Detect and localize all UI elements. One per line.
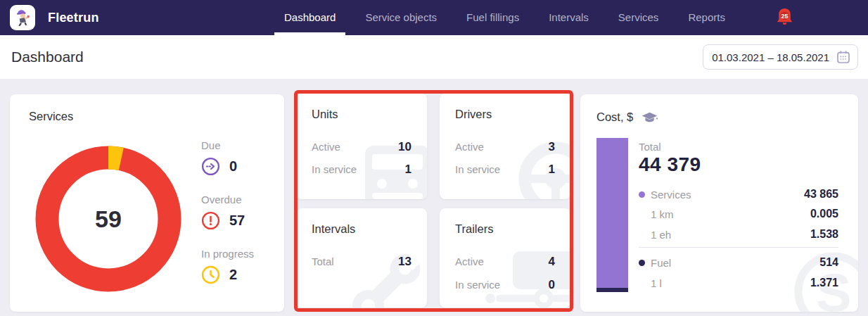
drivers-in-service-label: In service [455, 163, 500, 175]
tab-intervals[interactable]: Intervals [549, 0, 589, 35]
intervals-total-value: 13 [398, 255, 411, 269]
units-in-service-label: In service [312, 163, 357, 175]
units-in-service-value: 1 [405, 163, 411, 177]
cost-l-value: 1.371 [810, 277, 838, 289]
legend-label-in-progress: In progress [201, 248, 254, 260]
fuel-dot [639, 260, 645, 266]
calendar-icon [836, 50, 850, 64]
mechanic-mascot-icon [11, 6, 34, 30]
fleetrun-dashboard-page: Fleetrun Dashboard Service objects Fuel … [0, 0, 868, 316]
legend-item-in-progress: In progress 2 [201, 248, 254, 284]
cost-fuel-label: Fuel [651, 257, 671, 269]
cost-fuel-value: 514 [819, 256, 838, 269]
services-summary-card: Services 59 Due 0 Ove [10, 94, 284, 312]
cost-services-value: 43 865 [804, 188, 838, 201]
card-title-drivers: Drivers [455, 108, 492, 121]
in-progress-value: 2 [229, 267, 237, 283]
units-active-row: Active 10 [312, 140, 411, 154]
notification-badge: 25 [781, 13, 788, 20]
trailers-in-service-label: In service [455, 279, 500, 291]
cost-services-row: Services 43 865 [639, 188, 838, 201]
page-header: Dashboard 01.03.2021 – 18.05.2021 [0, 35, 868, 79]
card-title-intervals: Intervals [312, 222, 355, 236]
overdue-alert-circle-icon [201, 211, 220, 230]
drivers-card: Drivers Active 3 In service 1 [440, 94, 570, 199]
trailers-in-service-row: In service 0 [455, 278, 555, 292]
tab-reports[interactable]: Reports [688, 0, 725, 35]
units-active-label: Active [312, 141, 340, 153]
cost-total-value: 44 379 [639, 153, 701, 176]
cost-l-label: 1 l [651, 277, 662, 289]
legend-item-due: Due 0 [201, 139, 237, 176]
cost-fuel-row: Fuel 514 [639, 256, 838, 269]
tab-fuel-fillings[interactable]: Fuel fillings [466, 0, 519, 35]
cost-per-km-row: 1 km 0.005 [639, 208, 838, 220]
card-title-trailers: Trailers [455, 222, 493, 236]
cost-title-text: Cost, $ [596, 110, 633, 124]
overdue-value: 57 [229, 213, 245, 229]
intervals-total-row: Total 13 [312, 255, 411, 269]
cost-card: S Cost, $ Total 44 379 Services 43 865 [580, 94, 858, 312]
services-total-count: 59 [33, 144, 184, 294]
brand-name: Fleetrun [48, 0, 99, 35]
cost-per-eh-row: 1 eh 1.538 [639, 228, 838, 241]
drivers-active-value: 3 [549, 140, 555, 154]
units-active-value: 10 [398, 140, 411, 154]
card-title-services: Services [29, 110, 73, 123]
tab-dashboard[interactable]: Dashboard [284, 0, 336, 35]
drivers-active-label: Active [455, 141, 484, 153]
nav-tabs: Dashboard Service objects Fuel fillings … [284, 0, 793, 35]
cost-eh-label: 1 eh [651, 229, 671, 241]
cost-stacked-bar [596, 138, 628, 292]
top-navbar: Fleetrun Dashboard Service objects Fuel … [0, 0, 868, 35]
cost-divider [639, 247, 838, 248]
legend-item-overdue: Overdue 57 [201, 194, 245, 230]
fleetrun-logo[interactable] [10, 5, 35, 30]
cost-breakdown: Total 44 379 Services 43 865 1 km 0.005 … [639, 94, 838, 312]
cost-km-value: 0.005 [810, 208, 838, 220]
notifications-button[interactable]: 25 [776, 8, 793, 27]
services-donut-chart: 59 [33, 144, 184, 294]
trailers-active-value: 4 [549, 255, 555, 269]
drivers-active-row: Active 3 [455, 140, 555, 154]
page-title: Dashboard [11, 49, 84, 65]
trailers-active-label: Active [455, 255, 484, 267]
trailers-active-row: Active 4 [455, 255, 555, 269]
intervals-total-label: Total [312, 255, 334, 267]
tab-service-objects[interactable]: Service objects [365, 0, 437, 35]
units-in-service-row: In service 1 [312, 163, 411, 177]
bell-icon: 25 [776, 8, 793, 27]
cost-eh-value: 1.538 [810, 228, 838, 241]
card-title-units: Units [312, 108, 338, 121]
date-range-value: 01.03.2021 – 18.05.2021 [712, 51, 829, 63]
tab-services[interactable]: Services [618, 0, 659, 35]
due-arrow-circle-icon [201, 157, 220, 176]
cost-total-label: Total [639, 141, 661, 153]
services-legend: Due 0 Overdue [201, 94, 279, 312]
cost-services-label: Services [651, 189, 691, 201]
trailers-in-service-value: 0 [549, 278, 555, 292]
legend-label-due: Due [201, 139, 237, 151]
services-dot [639, 191, 645, 198]
cost-bar-fuel-segment [596, 288, 628, 292]
legend-label-overdue: Overdue [201, 194, 245, 206]
due-value: 0 [229, 158, 237, 175]
trailers-card: Trailers Active 4 In service 0 [440, 208, 570, 308]
drivers-in-service-value: 1 [549, 163, 555, 177]
cost-km-label: 1 km [651, 208, 674, 220]
drivers-in-service-row: In service 1 [455, 163, 555, 177]
in-progress-clock-icon [201, 265, 220, 284]
cost-per-l-row: 1 l 1.371 [639, 277, 838, 289]
intervals-card: Intervals Total 13 [296, 208, 427, 308]
cost-bar-services-segment [596, 138, 628, 288]
date-range-picker[interactable]: 01.03.2021 – 18.05.2021 [703, 44, 858, 70]
units-card: Units Active 10 In service 1 [296, 94, 427, 199]
